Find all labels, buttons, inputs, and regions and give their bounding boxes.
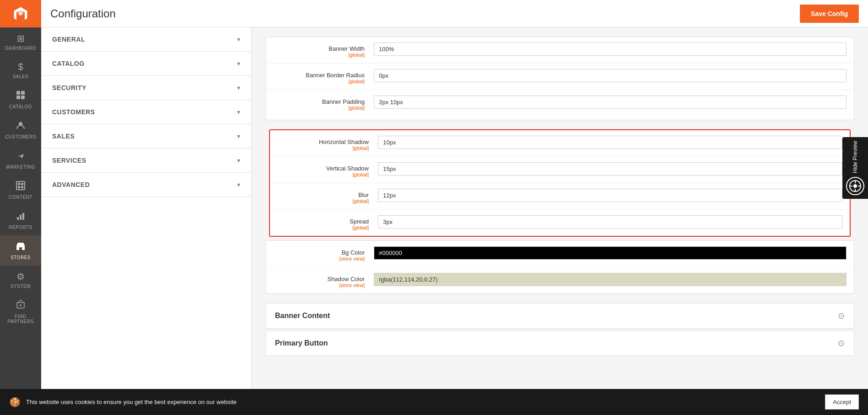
cookie-icon: 🍪: [9, 397, 21, 408]
accordion-title: SERVICES: [52, 157, 86, 164]
sidebar-item-label: MARKETING: [6, 165, 35, 170]
sidebar-item-content[interactable]: CONTENT: [0, 175, 41, 205]
accordion-item-catalog: CATALOG ▾: [41, 52, 251, 76]
accordion-item-sales: SALES ▾: [41, 124, 251, 149]
field-scope: [store view]: [273, 282, 365, 288]
content-area: GENERAL ▾ CATALOG ▾ SECURITY ▾ CUSTOMERS: [41, 27, 868, 415]
customers-icon: [16, 120, 26, 133]
preview-icon: [846, 177, 864, 195]
stores-icon: [16, 241, 26, 253]
accordion-item-customers: CUSTOMERS ▾: [41, 100, 251, 124]
sidebar-item-find-partners[interactable]: FIND PARTNERS: [0, 294, 41, 330]
accordion-title: CATALOG: [52, 60, 85, 67]
field-row-banner-padding: Banner Padding [global]: [266, 90, 854, 116]
accordion-item-security: SECURITY ▾: [41, 76, 251, 100]
sidebar: ⊞ DASHBOARD $ SALES CATALOG CUSTOMERS MA…: [0, 0, 41, 415]
hide-preview-label: Hide Preview: [852, 141, 858, 173]
horizontal-shadow-input[interactable]: [378, 136, 842, 149]
field-label: Banner Border Radius: [306, 72, 365, 79]
svg-rect-11: [21, 186, 23, 188]
chevron-down-icon: ▾: [237, 157, 240, 164]
accordion-header-catalog[interactable]: CATALOG ▾: [41, 52, 251, 75]
accordion-header-general[interactable]: GENERAL ▾: [41, 27, 251, 51]
blur-input[interactable]: [378, 189, 842, 202]
sidebar-item-label: FIND PARTNERS: [2, 314, 39, 324]
primary-button-section-header[interactable]: Primary Button ⊙: [265, 330, 854, 356]
left-panel: GENERAL ▾ CATALOG ▾ SECURITY ▾ CUSTOMERS: [41, 27, 252, 415]
accordion-header-security[interactable]: SECURITY ▾: [41, 76, 251, 100]
sidebar-item-label: SALES: [13, 74, 29, 79]
topbar: Configuration Save Config: [41, 0, 868, 27]
banner-width-input[interactable]: [374, 43, 846, 56]
sidebar-item-sales[interactable]: $ SALES: [0, 56, 41, 85]
shadow-color-input[interactable]: [374, 273, 846, 286]
dashboard-icon: ⊞: [17, 33, 25, 44]
accept-button[interactable]: Accept: [825, 394, 859, 410]
field-label: Banner Width: [329, 45, 365, 52]
field-scope: [store view]: [273, 256, 365, 261]
sidebar-logo[interactable]: [0, 0, 41, 27]
accordion-title: ADVANCED: [52, 181, 90, 188]
svg-rect-2: [16, 91, 20, 95]
field-row-spread: Spread [global]: [270, 210, 850, 236]
svg-rect-4: [16, 96, 20, 99]
accordion-header-services[interactable]: SERVICES ▾: [41, 149, 251, 172]
sidebar-item-label: STORES: [11, 255, 31, 260]
vertical-shadow-input[interactable]: [378, 162, 842, 176]
banner-border-radius-input[interactable]: [374, 69, 846, 82]
svg-rect-13: [20, 215, 22, 220]
field-row-banner-border-radius: Banner Border Radius [global]: [266, 64, 854, 90]
sidebar-item-reports[interactable]: REPORTS: [0, 205, 41, 235]
sidebar-item-dashboard[interactable]: ⊞ DASHBOARD: [0, 27, 41, 56]
hide-preview-panel[interactable]: Hide Preview: [842, 137, 868, 199]
svg-rect-7: [16, 181, 25, 190]
field-label: Bg Color: [341, 249, 365, 256]
sidebar-item-marketing[interactable]: MARKETING: [0, 145, 41, 175]
highlighted-section: Horizontal Shadow [global] Vertical Shad…: [269, 129, 851, 237]
svg-rect-12: [17, 217, 19, 220]
accordion-header-advanced[interactable]: ADVANCED ▾: [41, 173, 251, 197]
sidebar-item-customers[interactable]: CUSTOMERS: [0, 115, 41, 145]
config-section-colors: Bg Color [store view] Shadow Color [stor…: [265, 240, 854, 294]
field-scope: [global]: [277, 198, 369, 204]
banner-content-section-header[interactable]: Banner Content ⊙: [265, 303, 854, 329]
chevron-down-icon: ▾: [237, 36, 240, 43]
sales-icon: $: [18, 62, 23, 72]
banner-padding-input[interactable]: [374, 96, 846, 109]
right-panel: Banner Width [global] Banner Border Radi…: [252, 27, 868, 415]
svg-rect-10: [18, 186, 20, 188]
field-scope: [global]: [273, 79, 365, 84]
spread-input[interactable]: [378, 215, 842, 229]
field-label: Banner Padding: [322, 98, 365, 105]
chevron-down-icon: ▾: [237, 84, 240, 91]
reports-icon: [16, 211, 26, 223]
cookie-text: This website uses cookies to ensure you …: [26, 399, 237, 405]
sidebar-item-stores[interactable]: STORES: [0, 235, 41, 266]
svg-rect-16: [19, 247, 22, 250]
accordion-item-general: GENERAL ▾: [41, 27, 251, 52]
field-scope: [global]: [273, 52, 365, 58]
sidebar-item-system[interactable]: ⚙ SYSTEM: [0, 266, 41, 294]
accordion-title: CUSTOMERS: [52, 108, 95, 116]
sidebar-item-label: SYSTEM: [11, 284, 31, 289]
svg-rect-8: [18, 183, 20, 185]
save-config-button[interactable]: Save Config: [800, 5, 859, 23]
field-scope: [global]: [277, 225, 369, 230]
bg-color-input[interactable]: [374, 246, 846, 260]
field-label: Blur: [358, 192, 369, 198]
system-icon: ⚙: [16, 271, 25, 282]
field-scope: [global]: [277, 145, 369, 151]
field-row-banner-width: Banner Width [global]: [266, 37, 854, 64]
field-scope: [global]: [273, 105, 365, 111]
field-label: Horizontal Shadow: [319, 138, 369, 145]
chevron-down-icon: ⊙: [838, 338, 845, 348]
section-title: Banner Content: [275, 312, 330, 320]
sidebar-item-catalog[interactable]: CATALOG: [0, 85, 41, 115]
field-row-horizontal-shadow: Horizontal Shadow [global]: [270, 130, 850, 157]
chevron-down-icon: ▾: [237, 133, 240, 140]
accordion-header-customers[interactable]: CUSTOMERS ▾: [41, 100, 251, 124]
accordion-header-sales[interactable]: SALES ▾: [41, 124, 251, 148]
field-row-blur: Blur [global]: [270, 183, 850, 210]
accordion-item-advanced: ADVANCED ▾: [41, 173, 251, 197]
find-partners-icon: [16, 300, 26, 312]
